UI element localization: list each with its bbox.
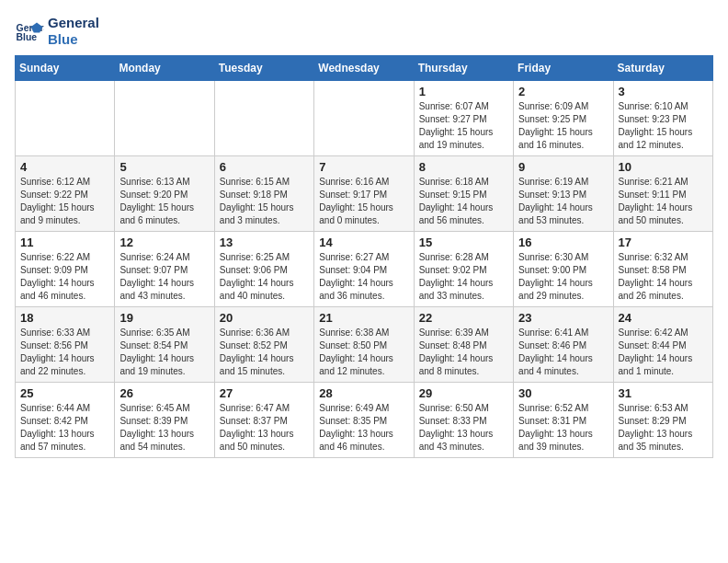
cell-content: Sunrise: 6:42 AM Sunset: 8:44 PM Dayligh…: [619, 327, 708, 378]
cell-content: Sunrise: 6:53 AM Sunset: 8:29 PM Dayligh…: [619, 402, 708, 454]
calendar-cell: 7Sunrise: 6:16 AM Sunset: 9:17 PM Daylig…: [314, 156, 414, 232]
cell-content: Sunrise: 6:22 AM Sunset: 9:09 PM Dayligh…: [20, 251, 109, 303]
cell-content: Sunrise: 6:10 AM Sunset: 9:23 PM Dayligh…: [619, 100, 708, 152]
calendar-cell: 8Sunrise: 6:18 AM Sunset: 9:15 PM Daylig…: [414, 156, 513, 232]
cell-content: Sunrise: 6:13 AM Sunset: 9:20 PM Dayligh…: [119, 176, 209, 227]
logo-icon: General Blue: [15, 17, 44, 46]
day-number: 2: [518, 85, 608, 98]
logo: General Blue General Blue: [15, 15, 99, 48]
day-number: 22: [419, 311, 508, 325]
day-number: 20: [220, 311, 309, 325]
calendar-week-3: 11Sunrise: 6:22 AM Sunset: 9:09 PM Dayli…: [16, 232, 713, 307]
header: General Blue General Blue: [15, 15, 713, 48]
weekday-header-friday: Friday: [514, 56, 613, 81]
calendar-table: SundayMondayTuesdayWednesdayThursdayFrid…: [15, 55, 713, 458]
svg-text:Blue: Blue: [17, 32, 38, 42]
calendar-cell: 18Sunrise: 6:33 AM Sunset: 8:56 PM Dayli…: [16, 307, 115, 383]
calendar-cell: 9Sunrise: 6:19 AM Sunset: 9:13 PM Daylig…: [514, 156, 613, 232]
calendar-cell: 27Sunrise: 6:47 AM Sunset: 8:37 PM Dayli…: [214, 383, 313, 458]
day-number: 28: [319, 386, 408, 400]
weekday-header-monday: Monday: [115, 56, 214, 81]
weekday-header-tuesday: Tuesday: [214, 56, 313, 81]
calendar-cell: 14Sunrise: 6:27 AM Sunset: 9:04 PM Dayli…: [314, 232, 414, 307]
cell-content: Sunrise: 6:45 AM Sunset: 8:39 PM Dayligh…: [119, 402, 209, 454]
cell-content: Sunrise: 6:18 AM Sunset: 9:15 PM Dayligh…: [419, 176, 508, 227]
calendar-cell: 1Sunrise: 6:07 AM Sunset: 9:27 PM Daylig…: [414, 81, 513, 156]
cell-content: Sunrise: 6:25 AM Sunset: 9:06 PM Dayligh…: [220, 251, 309, 303]
day-number: 17: [619, 236, 708, 249]
day-number: 27: [220, 386, 309, 400]
calendar-cell: 19Sunrise: 6:35 AM Sunset: 8:54 PM Dayli…: [115, 307, 214, 383]
logo-blue: Blue: [48, 31, 99, 48]
cell-content: Sunrise: 6:12 AM Sunset: 9:22 PM Dayligh…: [20, 176, 109, 227]
day-number: 5: [119, 160, 209, 174]
day-number: 16: [518, 236, 608, 249]
day-number: 23: [518, 311, 608, 325]
calendar-cell: 21Sunrise: 6:38 AM Sunset: 8:50 PM Dayli…: [314, 307, 414, 383]
cell-content: Sunrise: 6:33 AM Sunset: 8:56 PM Dayligh…: [20, 327, 109, 378]
calendar-week-2: 4Sunrise: 6:12 AM Sunset: 9:22 PM Daylig…: [16, 156, 713, 232]
cell-content: Sunrise: 6:21 AM Sunset: 9:11 PM Dayligh…: [619, 176, 708, 227]
calendar-cell: 12Sunrise: 6:24 AM Sunset: 9:07 PM Dayli…: [115, 232, 214, 307]
cell-content: Sunrise: 6:52 AM Sunset: 8:31 PM Dayligh…: [518, 402, 608, 454]
day-number: 29: [419, 386, 508, 400]
cell-content: Sunrise: 6:16 AM Sunset: 9:17 PM Dayligh…: [319, 176, 408, 227]
calendar-cell: 20Sunrise: 6:36 AM Sunset: 8:52 PM Dayli…: [214, 307, 313, 383]
cell-content: Sunrise: 6:39 AM Sunset: 8:48 PM Dayligh…: [419, 327, 508, 378]
day-number: 3: [619, 85, 708, 98]
cell-content: Sunrise: 6:09 AM Sunset: 9:25 PM Dayligh…: [518, 100, 608, 152]
calendar-cell: 25Sunrise: 6:44 AM Sunset: 8:42 PM Dayli…: [16, 383, 115, 458]
calendar-cell: 26Sunrise: 6:45 AM Sunset: 8:39 PM Dayli…: [115, 383, 214, 458]
cell-content: Sunrise: 6:49 AM Sunset: 8:35 PM Dayligh…: [319, 402, 408, 454]
cell-content: Sunrise: 6:36 AM Sunset: 8:52 PM Dayligh…: [220, 327, 309, 378]
weekday-header-row: SundayMondayTuesdayWednesdayThursdayFrid…: [16, 56, 713, 81]
day-number: 12: [119, 236, 209, 249]
calendar-cell: 22Sunrise: 6:39 AM Sunset: 8:48 PM Dayli…: [414, 307, 513, 383]
day-number: 24: [619, 311, 708, 325]
calendar-cell: 2Sunrise: 6:09 AM Sunset: 9:25 PM Daylig…: [514, 81, 613, 156]
calendar-cell: 24Sunrise: 6:42 AM Sunset: 8:44 PM Dayli…: [613, 307, 712, 383]
calendar-cell: [16, 81, 115, 156]
cell-content: Sunrise: 6:19 AM Sunset: 9:13 PM Dayligh…: [518, 176, 608, 227]
cell-content: Sunrise: 6:07 AM Sunset: 9:27 PM Dayligh…: [419, 100, 508, 152]
calendar-cell: 17Sunrise: 6:32 AM Sunset: 8:58 PM Dayli…: [613, 232, 712, 307]
cell-content: Sunrise: 6:24 AM Sunset: 9:07 PM Dayligh…: [119, 251, 209, 303]
calendar-week-1: 1Sunrise: 6:07 AM Sunset: 9:27 PM Daylig…: [16, 81, 713, 156]
cell-content: Sunrise: 6:28 AM Sunset: 9:02 PM Dayligh…: [419, 251, 508, 303]
day-number: 21: [319, 311, 408, 325]
calendar-cell: 23Sunrise: 6:41 AM Sunset: 8:46 PM Dayli…: [514, 307, 613, 383]
calendar-cell: 13Sunrise: 6:25 AM Sunset: 9:06 PM Dayli…: [214, 232, 313, 307]
calendar-cell: 5Sunrise: 6:13 AM Sunset: 9:20 PM Daylig…: [115, 156, 214, 232]
day-number: 7: [319, 160, 408, 174]
cell-content: Sunrise: 6:15 AM Sunset: 9:18 PM Dayligh…: [220, 176, 309, 227]
cell-content: Sunrise: 6:35 AM Sunset: 8:54 PM Dayligh…: [119, 327, 209, 378]
day-number: 19: [119, 311, 209, 325]
calendar-cell: 6Sunrise: 6:15 AM Sunset: 9:18 PM Daylig…: [214, 156, 313, 232]
cell-content: Sunrise: 6:32 AM Sunset: 8:58 PM Dayligh…: [619, 251, 708, 303]
calendar-week-4: 18Sunrise: 6:33 AM Sunset: 8:56 PM Dayli…: [16, 307, 713, 383]
calendar-cell: 31Sunrise: 6:53 AM Sunset: 8:29 PM Dayli…: [613, 383, 712, 458]
calendar-cell: [115, 81, 214, 156]
weekday-header-wednesday: Wednesday: [314, 56, 414, 81]
day-number: 10: [619, 160, 708, 174]
day-number: 1: [419, 85, 508, 98]
weekday-header-thursday: Thursday: [414, 56, 513, 81]
cell-content: Sunrise: 6:50 AM Sunset: 8:33 PM Dayligh…: [419, 402, 508, 454]
calendar-cell: 29Sunrise: 6:50 AM Sunset: 8:33 PM Dayli…: [414, 383, 513, 458]
day-number: 11: [20, 236, 109, 249]
cell-content: Sunrise: 6:41 AM Sunset: 8:46 PM Dayligh…: [518, 327, 608, 378]
cell-content: Sunrise: 6:44 AM Sunset: 8:42 PM Dayligh…: [20, 402, 109, 454]
day-number: 14: [319, 236, 408, 249]
calendar-week-5: 25Sunrise: 6:44 AM Sunset: 8:42 PM Dayli…: [16, 383, 713, 458]
cell-content: Sunrise: 6:30 AM Sunset: 9:00 PM Dayligh…: [518, 251, 608, 303]
calendar-cell: 28Sunrise: 6:49 AM Sunset: 8:35 PM Dayli…: [314, 383, 414, 458]
day-number: 26: [119, 386, 209, 400]
day-number: 30: [518, 386, 608, 400]
logo-general: General: [48, 15, 99, 31]
day-number: 6: [220, 160, 309, 174]
day-number: 18: [20, 311, 109, 325]
calendar-cell: 30Sunrise: 6:52 AM Sunset: 8:31 PM Dayli…: [514, 383, 613, 458]
cell-content: Sunrise: 6:47 AM Sunset: 8:37 PM Dayligh…: [220, 402, 309, 454]
day-number: 9: [518, 160, 608, 174]
calendar-cell: [214, 81, 313, 156]
